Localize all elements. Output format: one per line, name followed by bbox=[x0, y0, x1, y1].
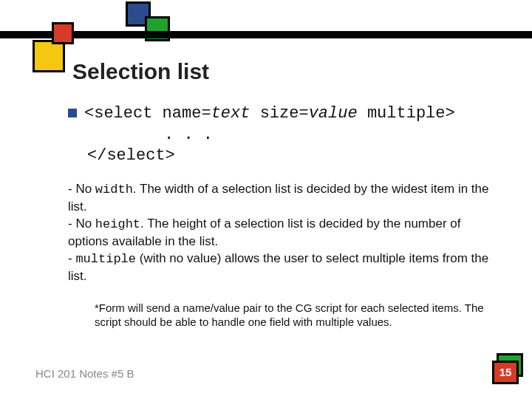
body-text: - No width. The width of a selection lis… bbox=[68, 181, 497, 285]
deco-horizontal-bar bbox=[0, 31, 532, 38]
bullet-icon bbox=[68, 109, 77, 117]
deco-left-red bbox=[52, 22, 74, 44]
deco-left-yellow bbox=[33, 40, 65, 72]
slide-title: Selection list bbox=[72, 59, 209, 84]
footer-text: HCI 201 Notes #5 B bbox=[35, 367, 134, 380]
footnote: *Form will send a name/value pair to the… bbox=[95, 301, 508, 330]
code-example: <select name=text size=value multiple> .… bbox=[68, 103, 455, 167]
page-number: 15 bbox=[492, 361, 519, 384]
